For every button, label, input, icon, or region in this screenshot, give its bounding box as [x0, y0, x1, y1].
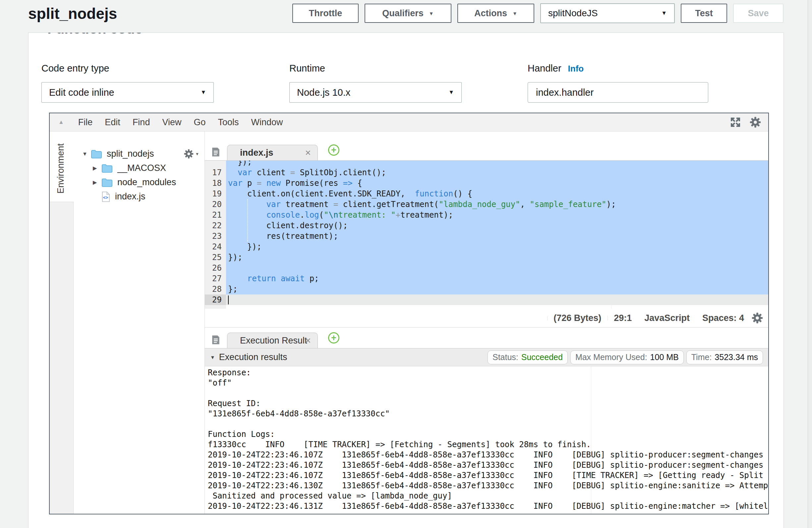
line-number: 29	[205, 294, 226, 305]
throttle-button[interactable]: Throttle	[292, 4, 359, 23]
tree-item-node_modules[interactable]: ▶node_modules	[74, 175, 204, 189]
fullscreen-icon[interactable]	[729, 116, 742, 129]
status-badge: Status:Succeeded	[488, 350, 568, 364]
menu-window[interactable]: Window	[251, 117, 283, 128]
handler-info-link[interactable]: Info	[568, 63, 584, 74]
tree-item-__MACOSX[interactable]: ▶__MACOSX	[74, 161, 204, 175]
line-number: 20	[205, 199, 226, 210]
log-line: 2019-10-24T22:23:46.107Z 131e865f-6eb4-4…	[205, 460, 768, 470]
folder-icon	[91, 149, 102, 159]
code-line: client.destroy();	[226, 220, 768, 231]
menu-find[interactable]: Find	[133, 117, 150, 128]
chevron-down-icon[interactable]: ▼	[210, 354, 215, 360]
pane-list-icon[interactable]	[210, 147, 221, 157]
indent-guide	[247, 199, 248, 241]
editor-main-column: index.js × + 17181920212223242526272829 …	[205, 132, 768, 514]
qualifiers-dropdown-button[interactable]: Qualifiers ▼	[365, 4, 451, 23]
code-entry-type-label: Code entry type	[41, 63, 110, 74]
tab-execution-result[interactable]: Execution Result ×	[227, 333, 318, 348]
menu-go[interactable]: Go	[193, 117, 205, 128]
line-number	[205, 161, 226, 167]
execution-results-header: ▼ Execution results Status:SucceededMax …	[205, 349, 768, 366]
folder-icon	[101, 164, 113, 173]
text-cursor	[228, 295, 229, 304]
file-tree: ▼split_nodejs▼▶__MACOSX▶node_modules<>in…	[74, 132, 205, 514]
editor-settings-gear-icon[interactable]	[750, 117, 761, 128]
qualifiers-label: Qualifiers	[382, 8, 423, 18]
execution-results-log[interactable]: Response:"off"Request ID:"131e865f-6eb4-…	[205, 366, 768, 514]
function-code-card: Function code Code entry type Edit code …	[28, 32, 784, 528]
tree-item-index.js[interactable]: <>index.js	[74, 189, 204, 204]
save-label: Save	[748, 8, 769, 18]
new-tab-button[interactable]: +	[328, 144, 339, 156]
handler-value: index.handler	[536, 87, 594, 98]
lambda-console: split_nodejs Throttle Qualifiers ▼ Actio…	[0, 0, 812, 528]
log-line: "off"	[205, 378, 768, 388]
tab-index-js[interactable]: index.js ×	[227, 145, 318, 160]
code-line: });	[226, 241, 768, 252]
line-number: 18	[205, 178, 226, 189]
chevron-down-icon: ▼	[429, 11, 434, 16]
runtime-select[interactable]: Node.js 10.x ▼	[289, 82, 462, 103]
save-button[interactable]: Save	[733, 4, 783, 23]
js-file-icon: <>	[101, 191, 110, 202]
tab-label: Execution Result	[240, 336, 307, 346]
log-line: Request ID:	[205, 398, 768, 409]
clipped-section-heading: Function code	[47, 33, 220, 35]
language-mode[interactable]: JavaScript	[638, 313, 696, 323]
line-number: 28	[205, 284, 226, 294]
chevron-right-icon[interactable]: ▶	[93, 165, 101, 171]
new-tab-button[interactable]: +	[328, 332, 339, 343]
menu-view[interactable]: View	[162, 117, 181, 128]
page-scrollbar[interactable]	[808, 0, 812, 528]
close-icon[interactable]: ×	[305, 147, 311, 158]
cloud9-editor: ▲ FileEditFindViewGoToolsWindow Environm	[49, 113, 769, 514]
tree-settings-gear-icon[interactable]: ▼	[184, 149, 199, 159]
result-badges: Status:SucceededMax Memory Used:100 MBTi…	[488, 350, 763, 364]
status-badge: Time:3523.34 ms	[686, 350, 763, 364]
statusbar-gear-icon[interactable]	[752, 312, 763, 324]
indent-setting[interactable]: Spaces: 4	[696, 313, 750, 323]
log-line: Function Logs:	[205, 429, 768, 440]
test-label: Test	[695, 8, 713, 18]
code-line: console.log("\ntreatment: "+treatment);	[226, 210, 768, 220]
menu-tools[interactable]: Tools	[218, 117, 238, 128]
editor-body: Environment ▼split_nodejs▼▶__MACOSX▶node…	[50, 132, 768, 514]
test-event-select[interactable]: splitNodeJS ▼	[540, 3, 675, 23]
cursor-position[interactable]: 29:1	[608, 313, 638, 323]
code-line	[226, 294, 768, 305]
chevron-down-icon[interactable]: ▼	[82, 151, 91, 157]
svg-text:<>: <>	[103, 195, 108, 200]
handler-input[interactable]: index.handler	[528, 82, 708, 103]
execution-results-title: Execution results	[219, 352, 287, 362]
environment-tab-label: Environment	[56, 144, 66, 194]
test-event-value: splitNodeJS	[548, 8, 597, 18]
code-entry-type-select[interactable]: Edit code inline ▼	[41, 82, 214, 103]
status-badge: Max Memory Used:100 MB	[570, 350, 684, 364]
log-line: 2019-10-24T22:23:46.107Z 131e865f-6eb4-4…	[205, 470, 768, 481]
throttle-label: Throttle	[309, 8, 342, 18]
environment-strip: Environment	[50, 132, 74, 514]
line-number: 24	[205, 241, 226, 252]
collapse-menubar-icon[interactable]: ▲	[58, 119, 64, 126]
chevron-down-icon: ▼	[201, 89, 206, 96]
file-size: (726 Bytes)	[547, 313, 608, 323]
log-line	[205, 388, 768, 398]
line-number: 22	[205, 220, 226, 231]
chevron-right-icon[interactable]: ▶	[93, 179, 101, 186]
code-line: var treatment = client.getTreatment("lam…	[226, 199, 768, 210]
tree-item-split_nodejs[interactable]: ▼split_nodejs▼	[74, 147, 204, 161]
menu-file[interactable]: File	[78, 117, 93, 128]
menu-edit[interactable]: Edit	[105, 117, 120, 128]
log-line: Response:	[205, 368, 768, 378]
code-line: return await p;	[226, 273, 768, 284]
actions-dropdown-button[interactable]: Actions ▼	[458, 4, 534, 23]
close-icon[interactable]: ×	[305, 335, 311, 346]
code-editor[interactable]: 17181920212223242526272829 }); var clien…	[205, 161, 768, 309]
code-line: });	[226, 252, 768, 263]
handler-label: Handler Info	[528, 63, 584, 74]
log-line: f13330cc INFO [TIME TRACKER] => [Fetchin…	[205, 440, 768, 450]
pane-list-icon[interactable]	[210, 335, 221, 345]
test-button[interactable]: Test	[681, 4, 727, 23]
actions-label: Actions	[474, 8, 507, 18]
